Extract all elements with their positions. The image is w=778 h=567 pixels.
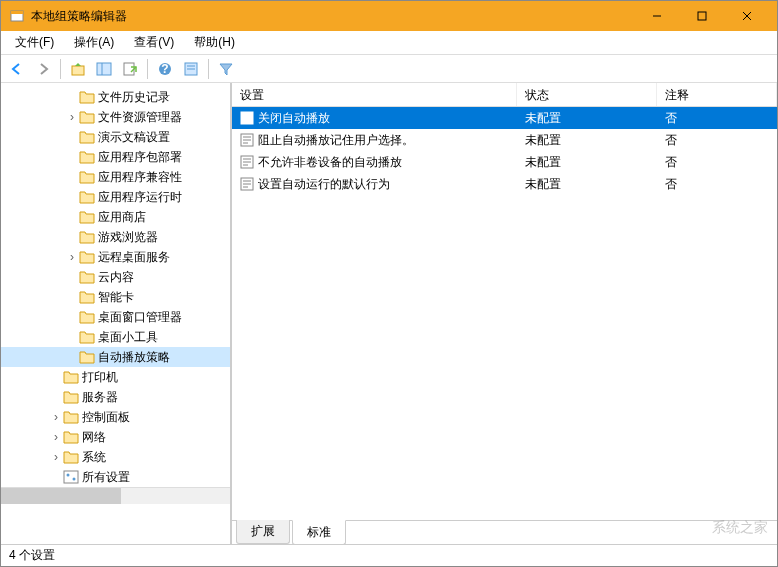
list-row[interactable]: 不允许非卷设备的自动播放未配置否 <box>232 151 777 173</box>
tree-item-label: 所有设置 <box>82 469 130 486</box>
expand-icon[interactable]: › <box>65 250 79 264</box>
svg-rect-6 <box>72 66 84 75</box>
tree-item[interactable]: ·所有设置 <box>1 467 230 487</box>
folder-icon <box>79 310 95 324</box>
tree-item[interactable]: ·应用程序包部署 <box>1 147 230 167</box>
svg-point-17 <box>73 478 76 481</box>
expand-icon[interactable]: › <box>49 410 63 424</box>
tree-item[interactable]: ›控制面板 <box>1 407 230 427</box>
tree-item[interactable]: ›系统 <box>1 447 230 467</box>
tree-item-label: 文件资源管理器 <box>98 109 182 126</box>
minimize-button[interactable] <box>634 1 679 31</box>
svg-rect-15 <box>64 471 78 483</box>
help-button[interactable]: ? <box>153 57 177 81</box>
export-button[interactable] <box>118 57 142 81</box>
svg-rect-1 <box>11 11 23 14</box>
cell-status: 未配置 <box>517 132 657 149</box>
list-row[interactable]: 关闭自动播放未配置否 <box>232 107 777 129</box>
tree-item-label: 桌面小工具 <box>98 329 158 346</box>
tree-item[interactable]: ·应用程序运行时 <box>1 187 230 207</box>
tree-item-label: 系统 <box>82 449 106 466</box>
svg-rect-3 <box>698 12 706 20</box>
tree-item[interactable]: ·应用程序兼容性 <box>1 167 230 187</box>
expand-icon[interactable]: › <box>49 430 63 444</box>
folder-icon <box>79 150 95 164</box>
folder-icon <box>63 370 79 384</box>
folder-icon <box>79 190 95 204</box>
cell-comment: 否 <box>657 154 777 171</box>
folder-icon <box>79 230 95 244</box>
folder-icon <box>79 250 95 264</box>
tree-item-label: 控制面板 <box>82 409 130 426</box>
list-body: 关闭自动播放未配置否阻止自动播放记住用户选择。未配置否不允许非卷设备的自动播放未… <box>232 107 777 520</box>
policy-icon <box>240 111 254 125</box>
setting-label: 不允许非卷设备的自动播放 <box>258 154 402 171</box>
menubar: 文件(F) 操作(A) 查看(V) 帮助(H) <box>1 31 777 55</box>
show-hide-tree-button[interactable] <box>92 57 116 81</box>
tree-item-label: 应用商店 <box>98 209 146 226</box>
tab-standard[interactable]: 标准 <box>292 520 346 544</box>
tree-item[interactable]: ·智能卡 <box>1 287 230 307</box>
tree-item[interactable]: ·桌面小工具 <box>1 327 230 347</box>
tree-item[interactable]: ›文件资源管理器 <box>1 107 230 127</box>
folder-icon <box>63 450 79 464</box>
tree-item[interactable]: ·服务器 <box>1 387 230 407</box>
cell-comment: 否 <box>657 110 777 127</box>
folder-icon <box>79 130 95 144</box>
tree-item[interactable]: ·游戏浏览器 <box>1 227 230 247</box>
up-button[interactable] <box>66 57 90 81</box>
tree-item[interactable]: ›远程桌面服务 <box>1 247 230 267</box>
tree-item-label: 演示文稿设置 <box>98 129 170 146</box>
tree-item[interactable]: ·桌面窗口管理器 <box>1 307 230 327</box>
expand-icon[interactable]: › <box>49 450 63 464</box>
policy-icon <box>240 155 254 169</box>
cell-setting: 阻止自动播放记住用户选择。 <box>232 132 517 149</box>
tree-item[interactable]: ·云内容 <box>1 267 230 287</box>
filter-button[interactable] <box>214 57 238 81</box>
tree-item[interactable]: ·应用商店 <box>1 207 230 227</box>
forward-button[interactable] <box>31 57 55 81</box>
window-title: 本地组策略编辑器 <box>31 8 634 25</box>
status-text: 4 个设置 <box>9 547 55 564</box>
tree-item-label: 远程桌面服务 <box>98 249 170 266</box>
menu-view[interactable]: 查看(V) <box>124 31 184 54</box>
expand-icon[interactable]: › <box>65 110 79 124</box>
list-row[interactable]: 设置自动运行的默认行为未配置否 <box>232 173 777 195</box>
tree-item-label: 服务器 <box>82 389 118 406</box>
cell-setting: 关闭自动播放 <box>232 110 517 127</box>
column-setting[interactable]: 设置 <box>232 83 517 106</box>
tree-item-label: 云内容 <box>98 269 134 286</box>
setting-label: 关闭自动播放 <box>258 110 330 127</box>
cell-status: 未配置 <box>517 110 657 127</box>
folder-icon <box>79 350 95 364</box>
back-button[interactable] <box>5 57 29 81</box>
setting-label: 设置自动运行的默认行为 <box>258 176 390 193</box>
svg-rect-7 <box>97 63 111 75</box>
folder-icon <box>63 390 79 404</box>
app-icon <box>9 8 25 24</box>
column-comment[interactable]: 注释 <box>657 83 777 106</box>
maximize-button[interactable] <box>679 1 724 31</box>
properties-button[interactable] <box>179 57 203 81</box>
menu-help[interactable]: 帮助(H) <box>184 31 245 54</box>
close-button[interactable] <box>724 1 769 31</box>
cell-comment: 否 <box>657 132 777 149</box>
tree-item[interactable]: ·文件历史记录 <box>1 87 230 107</box>
folder-icon <box>79 90 95 104</box>
folder-icon <box>63 430 79 444</box>
menu-action[interactable]: 操作(A) <box>64 31 124 54</box>
svg-rect-9 <box>124 63 134 75</box>
tree-item[interactable]: ›网络 <box>1 427 230 447</box>
folder-icon <box>79 290 95 304</box>
list-row[interactable]: 阻止自动播放记住用户选择。未配置否 <box>232 129 777 151</box>
tree-pane[interactable]: ·文件历史记录›文件资源管理器·演示文稿设置·应用程序包部署·应用程序兼容性·应… <box>1 83 231 544</box>
tree-item[interactable]: ·打印机 <box>1 367 230 387</box>
tree-item-label: 网络 <box>82 429 106 446</box>
tree-hscrollbar[interactable] <box>1 487 230 504</box>
cell-setting: 不允许非卷设备的自动播放 <box>232 154 517 171</box>
column-status[interactable]: 状态 <box>517 83 657 106</box>
tab-extended[interactable]: 扩展 <box>236 520 290 544</box>
tree-item[interactable]: ·自动播放策略 <box>1 347 230 367</box>
tree-item[interactable]: ·演示文稿设置 <box>1 127 230 147</box>
menu-file[interactable]: 文件(F) <box>5 31 64 54</box>
